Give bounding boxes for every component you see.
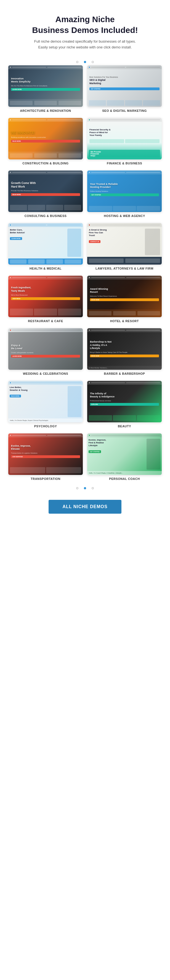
demo-thumbnail-architecture[interactable]: InnovationMeets Simplicity We Are The Be… [8, 65, 83, 107]
nav-dot [10, 224, 11, 226]
demo-item-seo: Best Solutions For Your Business SEO & D… [87, 65, 162, 112]
thumb-hero-sub: We Are The Best Architecture Firm & Cons… [11, 85, 80, 87]
demo-thumbnail-beauty[interactable]: The Infinity ofBeauty & Indulgence Profe… [87, 381, 162, 422]
demo-thumbnail-wedding[interactable]: Enjoy &Be Loved Create unforgettable mom… [8, 328, 83, 370]
nav-dot [10, 329, 11, 331]
demo-thumbnail-personal[interactable]: Evolve, Improve,Find & RealiseLifestyle … [87, 433, 162, 475]
thumb-hero: Best Solutions For Your Business SEO & D… [87, 69, 162, 97]
thumb-nav [8, 118, 83, 122]
demo-label-seo: SEO & DIGITAL MARKETING [102, 109, 146, 112]
demo-thumbnail-barber[interactable]: Barbershop Is NotA Hobby, It's ALifestyl… [87, 328, 162, 370]
nav-line [12, 172, 46, 173]
thumb-right-img [68, 386, 82, 417]
nav-dot [10, 119, 11, 120]
thumb-right-img [146, 439, 161, 470]
demo-label-architecture: ARCHITECTURE & RENOVATION [20, 109, 71, 112]
demo-thumbnail-hosting[interactable]: Your Trusted & ReliableHosting Provider!… [87, 170, 162, 212]
demo-thumbnail-lawyers[interactable]: A Great & StrongFirm You CanTrust! CONTA… [87, 223, 162, 264]
thumb-nav [8, 170, 83, 174]
thumb-hero: Evolve, Improve,Elevate Transportation &… [8, 437, 83, 466]
thumb-cta-btn: READ MORE [11, 140, 80, 143]
stat-item [113, 206, 136, 211]
nav-line [91, 172, 125, 173]
demo-thumbnail-health[interactable]: Better Care,Better Advice! LEARN MORE [8, 223, 83, 264]
demo-item-hosting: Your Trusted & ReliableHosting Provider!… [87, 170, 162, 218]
thumb-footer: Hello, I'm Doctor Bogla, Expert Clinical… [8, 418, 83, 422]
nav-dot [10, 172, 11, 173]
thumb-hero-title: WE INNOVATE! [11, 131, 80, 135]
stat-item [89, 206, 112, 211]
thumb-hero-title: InnovationMeets Simplicity [11, 77, 80, 84]
demo-thumbnail-psychology[interactable]: Live Better,Smarter & Young READ MORE He… [8, 381, 83, 422]
thumb-content: A Great & StrongFirm You CanTrust! CONTA… [87, 227, 162, 257]
demo-thumbnail-restaurant[interactable]: Fresh Ingredient,Tasty Meals We're Best … [8, 276, 83, 317]
thumb-hero-sub: Welcome To Best Resort Experience [90, 295, 159, 297]
section-dots-top [6, 59, 164, 65]
demo-thumbnail-finance[interactable]: Financial Security &Peace of Mind forYou… [87, 118, 162, 159]
nav-dot [89, 172, 90, 173]
thumb-nav [8, 433, 83, 437]
nav-line [91, 67, 125, 68]
thumb-cards [87, 99, 162, 107]
thumb-hero-title: Better Care,Better Advice! [10, 229, 66, 234]
thumb-block [10, 259, 27, 264]
demo-thumbnail-consulting[interactable]: Growth Come WithHard Work Provide The Be… [8, 170, 83, 212]
thumb-hero-title: Your Trusted & ReliableHosting Provider! [90, 183, 159, 189]
thumb-hero-title: A Great & StrongFirm You CanTrust! [89, 229, 144, 237]
nav-line [12, 435, 46, 436]
thumb-bottom [8, 99, 83, 107]
thumb-hero: Your Trusted & ReliableHosting Provider!… [87, 174, 162, 205]
nav-line [126, 330, 160, 331]
thumb-cta-btn: READ MORE [9, 395, 21, 398]
demo-item-psychology: Live Better,Smarter & Young READ MORE He… [8, 381, 83, 428]
thumb-cards-bottom [8, 205, 83, 212]
thumb-hero-sub: Building excellence with innovative cons… [11, 136, 80, 138]
thumb-block [89, 258, 124, 263]
nav-dot [89, 67, 90, 68]
demo-label-consulting: CONSULTING & BUSINESS [25, 214, 67, 218]
demo-label-barber: BARBER & BARBERSHOP [104, 372, 145, 375]
all-niche-demos-button[interactable]: ALL NICHE DEMOS [49, 500, 121, 514]
thumb-footer: Hello, I'm Coach Bogla, A Healthier, Lif… [87, 471, 162, 475]
demo-label-hosting: HOSTING & WEB AGENCY [104, 214, 145, 218]
thumb-cta-btn: LEARN MORE [10, 237, 22, 240]
demo-label-finance: FINANCE & BUSINESS [107, 162, 142, 165]
dot-1 [76, 61, 79, 63]
thumb-content: Better Care,Better Advice! LEARN MORE [8, 227, 83, 258]
nav-line [12, 277, 46, 278]
thumb-hero-title: Evolve, Improve,Find & RealiseLifestyle [88, 439, 145, 447]
demo-item-restaurant: Fresh Ingredient,Tasty Meals We're Best … [8, 276, 83, 323]
nav-dot [10, 67, 11, 68]
nav-dot [89, 435, 90, 436]
thumb-bottom [8, 152, 83, 159]
demos-grid: InnovationMeets Simplicity We Are The Be… [6, 65, 164, 480]
thumb-hero-title: Live Better,Smarter & Young [9, 386, 66, 392]
thumb-cta-btn: OUR SERVICES [11, 455, 80, 458]
nav-dot [89, 382, 90, 383]
nav-line [91, 330, 125, 331]
thumb-nav [87, 118, 162, 122]
thumb-block [89, 311, 112, 315]
thumb-card [89, 100, 106, 106]
nav-line [12, 330, 81, 331]
header-section: Amazing Niche Business Demos Included! F… [6, 8, 164, 59]
demo-item-health: Better Care,Better Advice! LEARN MORE HE… [8, 223, 83, 270]
thumb-block [113, 311, 136, 315]
demo-thumbnail-hotel[interactable]: Award WinningResort Welcome To Best Reso… [87, 276, 162, 317]
demo-thumbnail-construction[interactable]: WE INNOVATE! Building excellence with in… [8, 118, 83, 159]
thumb-hero: Enjoy &Be Loved Create unforgettable mom… [8, 332, 83, 370]
thumb-hero-title: SEO & DigitalMarketing [90, 79, 159, 85]
thumb-cta-btn: VIEW MENU [11, 297, 80, 300]
demo-thumbnail-seo[interactable]: Best Solutions For Your Business SEO & D… [87, 65, 162, 107]
page-title: Amazing Niche Business Demos Included! [11, 14, 159, 35]
nav-line [47, 435, 81, 436]
thumb-cta-btn: READ MORE [11, 193, 80, 196]
thumb-hero: Barbershop Is NotA Hobby, It's ALifestyl… [87, 332, 162, 366]
demo-thumbnail-transportation[interactable]: Evolve, Improve,Elevate Transportation &… [8, 433, 83, 475]
demo-label-psychology: PSYCHOLOGY [34, 425, 57, 428]
thumb-hero-sub: Create unforgettable moments [11, 352, 80, 354]
demo-item-beauty: The Infinity ofBeauty & Indulgence Profe… [87, 381, 162, 428]
thumb-cards [8, 467, 83, 475]
finance-banner: We ProvideFinancialHelp! [89, 150, 160, 158]
demo-item-hotel: Award WinningResort Welcome To Best Reso… [87, 276, 162, 323]
